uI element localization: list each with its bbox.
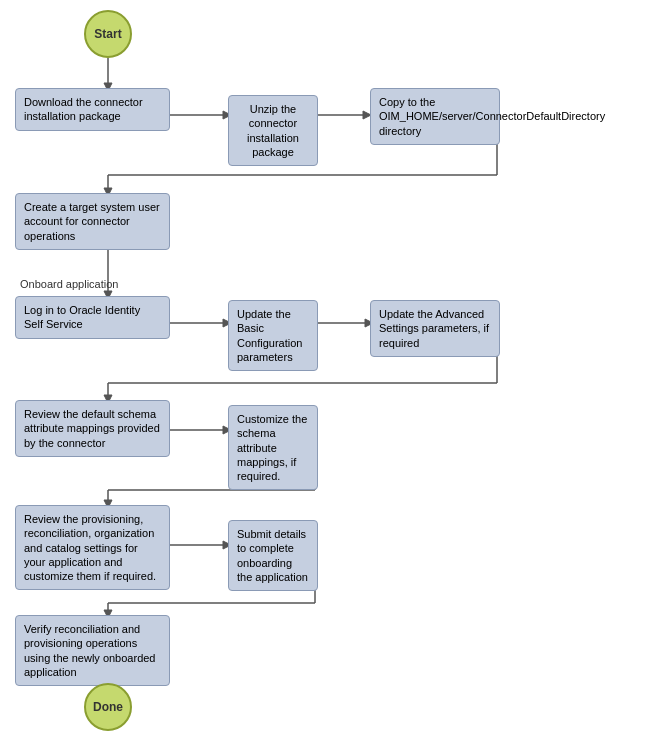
step5-node: Log in to Oracle Identity Self Service xyxy=(15,296,170,339)
step11-node: Submit details to complete onboarding th… xyxy=(228,520,318,591)
step6-node: Update the Basic Configuration parameter… xyxy=(228,300,318,371)
step2-node: Unzip the connector installation package xyxy=(228,95,318,166)
step1-node: Download the connector installation pack… xyxy=(15,88,170,131)
step9-node: Customize the schema attribute mappings,… xyxy=(228,405,318,490)
done-node: Done xyxy=(84,683,132,731)
onboard-label: Onboard application xyxy=(20,278,118,290)
step12-node: Verify reconciliation and provisioning o… xyxy=(15,615,170,686)
start-node: Start xyxy=(84,10,132,58)
step7-node: Update the Advanced Settings parameters,… xyxy=(370,300,500,357)
step4-node: Create a target system user account for … xyxy=(15,193,170,250)
diagram-container: Start Download the connector installatio… xyxy=(0,0,645,735)
step8-node: Review the default schema attribute mapp… xyxy=(15,400,170,457)
step10-node: Review the provisioning, reconciliation,… xyxy=(15,505,170,590)
step3-node: Copy to the OIM_HOME/server/ConnectorDef… xyxy=(370,88,500,145)
